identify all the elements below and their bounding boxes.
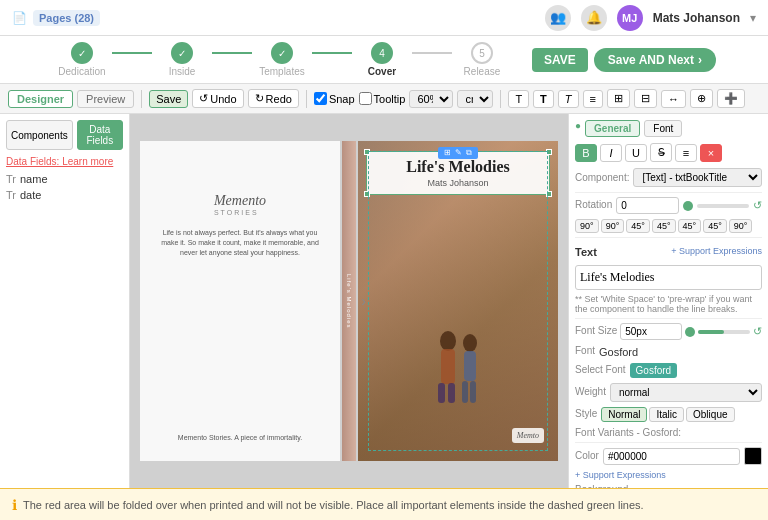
rotation-refresh-icon[interactable]: ↺ — [753, 199, 762, 212]
color-input[interactable] — [603, 448, 740, 465]
field-date[interactable]: Tr date — [6, 187, 123, 203]
font-size-slider[interactable] — [698, 330, 750, 334]
support-expr-color[interactable]: + Support Expressions — [575, 470, 762, 480]
format-btn-6[interactable]: ⊟ — [634, 89, 657, 108]
step-circle-2: ✓ — [171, 42, 193, 64]
preview-tab[interactable]: Preview — [77, 90, 134, 108]
fmt-strikethrough[interactable]: S̶ — [650, 143, 672, 162]
format-btn-2[interactable]: T — [533, 90, 554, 108]
page-body-text: Life is not always perfect. But it's alw… — [152, 228, 328, 257]
rotation-input[interactable] — [616, 197, 678, 214]
step-inside[interactable]: ✓ Inside — [152, 42, 212, 77]
tab-font[interactable]: Font — [644, 120, 682, 137]
rot-45-3[interactable]: 45° — [678, 219, 702, 233]
tab-general[interactable]: General — [585, 120, 640, 137]
field-name[interactable]: Tr name — [6, 171, 123, 187]
rot-90-2[interactable]: 90° — [729, 219, 753, 233]
unit-select[interactable]: cmpxin — [457, 90, 493, 108]
expand-arrow[interactable]: › — [361, 293, 366, 309]
svg-rect-2 — [438, 383, 445, 403]
data-fields-link[interactable]: Data Fields: Learn more — [6, 156, 123, 167]
save-next-button[interactable]: Save AND Next › — [594, 48, 716, 72]
step-cover[interactable]: 4 Cover — [352, 42, 412, 77]
users-icon[interactable]: 👥 — [545, 5, 571, 31]
svg-rect-5 — [464, 351, 476, 381]
handle-tl[interactable] — [364, 149, 370, 155]
undo-tool-btn[interactable]: ↺ Undo — [192, 89, 243, 108]
font-label: Font — [575, 345, 595, 356]
chevron-down-icon[interactable]: ▾ — [750, 11, 756, 25]
bottom-bar: ℹ The red area will be folded over when … — [0, 488, 768, 520]
rot-45-2[interactable]: 45° — [652, 219, 676, 233]
weight-select[interactable]: normalboldlight — [610, 383, 762, 402]
handle-bl[interactable] — [364, 191, 370, 197]
style-row: Style Normal Italic Oblique — [575, 407, 762, 422]
font-size-row: Font Size ↺ — [575, 323, 762, 340]
fmt-underline[interactable]: U — [625, 144, 647, 162]
sel-icon-edit[interactable]: ✎ — [455, 148, 462, 158]
page-right[interactable]: Life's Melodies Mats Johanson Memto ⊞ ✎ … — [358, 141, 558, 461]
step-circle-4: 4 — [371, 42, 393, 64]
file-icon: 📄 — [12, 11, 27, 25]
format-row: B I U S̶ ≡ × — [575, 143, 762, 162]
designer-tab[interactable]: Designer — [8, 90, 73, 108]
tooltip-label: Tooltip — [359, 92, 406, 105]
save-tool-btn[interactable]: Save — [149, 90, 188, 108]
rot-90-ccw[interactable]: 90° — [601, 219, 625, 233]
sidebar-tabs: Components Data Fields — [6, 120, 123, 150]
component-select[interactable]: [Text] - txtBookTitle — [633, 168, 762, 187]
save-button[interactable]: SAVE — [532, 48, 588, 72]
snap-checkbox[interactable] — [314, 92, 327, 105]
format-btn-7[interactable]: ↔ — [661, 90, 686, 108]
format-btn-5[interactable]: ⊞ — [607, 89, 630, 108]
format-btn-1[interactable]: T — [508, 90, 529, 108]
style-normal[interactable]: Normal — [601, 407, 647, 422]
fmt-align[interactable]: ≡ — [675, 144, 697, 162]
pages-badge[interactable]: Pages (28) — [33, 10, 100, 26]
rot-45-4[interactable]: 45° — [703, 219, 727, 233]
redo-tool-btn[interactable]: ↻ Redo — [248, 89, 299, 108]
style-oblique[interactable]: Oblique — [686, 407, 734, 422]
people-silhouette — [418, 321, 498, 421]
format-btn-3[interactable]: T — [558, 90, 579, 108]
rot-90-cw[interactable]: 90° — [575, 219, 599, 233]
style-label: Style — [575, 408, 597, 419]
memento-logo: Memento — [214, 193, 266, 209]
bell-icon[interactable]: 🔔 — [581, 5, 607, 31]
format-btn-8[interactable]: ⊕ — [690, 89, 713, 108]
color-swatch[interactable] — [744, 447, 762, 465]
font-size-refresh[interactable]: ↺ — [753, 325, 762, 338]
format-btn-4[interactable]: ≡ — [583, 90, 603, 108]
step-templates[interactable]: ✓ Templates — [252, 42, 312, 77]
rot-45-1[interactable]: 45° — [626, 219, 650, 233]
select-font-btn[interactable]: Gosford — [630, 363, 678, 378]
warning-text: The red area will be folded over when pr… — [23, 499, 644, 511]
fmt-bold[interactable]: B — [575, 144, 597, 162]
step-dedication[interactable]: ✓ Dedication — [52, 42, 112, 77]
user-name: Mats Johanson — [653, 11, 740, 25]
fmt-delete[interactable]: × — [700, 144, 722, 162]
zoom-select[interactable]: 60%80%100% — [409, 90, 453, 108]
avatar[interactable]: MJ — [617, 5, 643, 31]
step-release[interactable]: 5 Release — [452, 42, 512, 77]
page-spine: Life's Melodies — [342, 141, 356, 461]
text-input[interactable] — [575, 265, 762, 290]
handle-br[interactable] — [546, 191, 552, 197]
rotation-slider-track[interactable] — [697, 204, 749, 208]
tab-data-fields[interactable]: Data Fields — [77, 120, 123, 150]
sel-icon-move[interactable]: ⊞ — [444, 148, 451, 158]
support-expr-text[interactable]: + Support Expressions — [671, 246, 762, 256]
font-size-input[interactable] — [620, 323, 682, 340]
fmt-italic[interactable]: I — [600, 144, 622, 162]
sel-icon-copy[interactable]: ⧉ — [466, 148, 472, 158]
style-buttons: Normal Italic Oblique — [601, 407, 734, 422]
style-italic[interactable]: Italic — [649, 407, 684, 422]
memento-subtitle: STORIES — [214, 209, 266, 216]
canvas-area[interactable]: Memento STORIES Life is not always perfe… — [130, 114, 568, 488]
page-left-inner: Memento STORIES Life is not always perfe… — [140, 141, 340, 461]
tab-components[interactable]: Components — [6, 120, 73, 150]
tooltip-checkbox[interactable] — [359, 92, 372, 105]
format-btn-9[interactable]: ➕ — [717, 89, 745, 108]
handle-tr[interactable] — [546, 149, 552, 155]
weight-row: Weight normalboldlight — [575, 383, 762, 402]
